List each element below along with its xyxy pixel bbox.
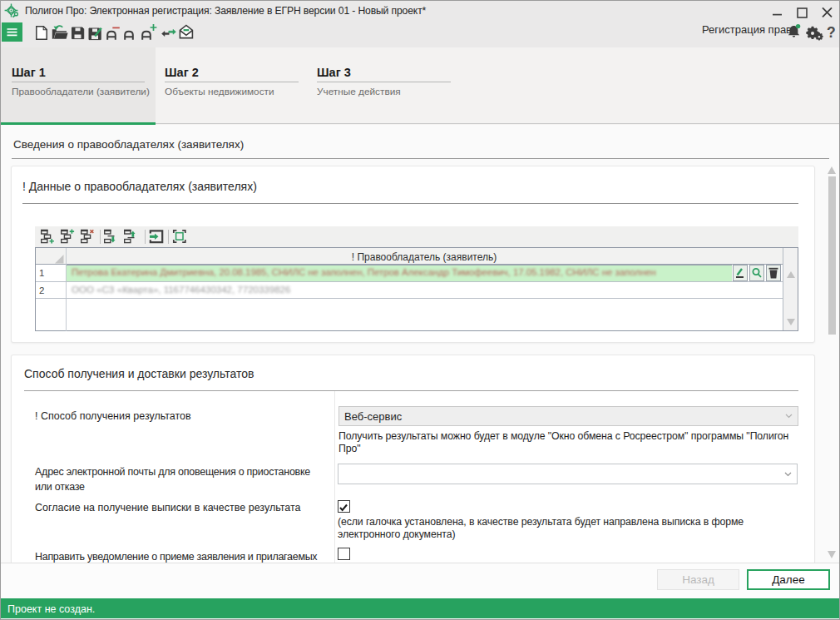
- svg-text:?: ?: [827, 24, 836, 41]
